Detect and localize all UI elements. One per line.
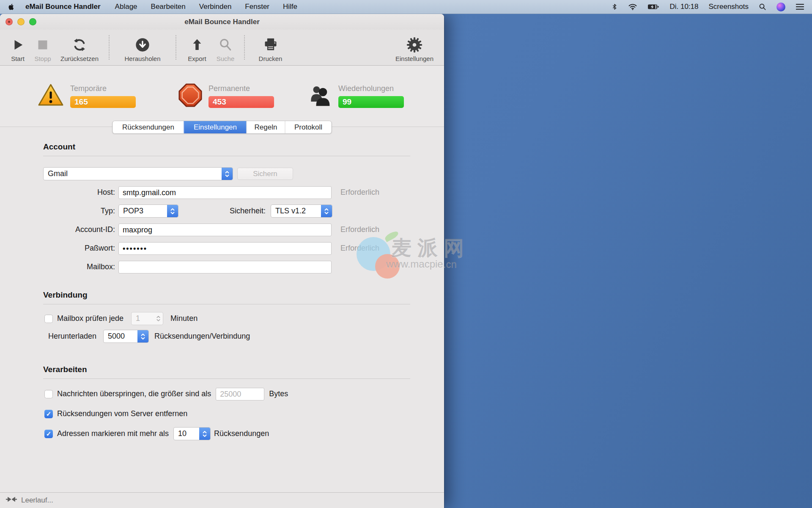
fetch-button[interactable]: Herausholen (115, 30, 170, 65)
stepper-icon[interactable] (137, 330, 148, 342)
apple-menu-icon[interactable] (8, 3, 15, 11)
menubar-app-name[interactable]: eMail Bounce Handler (25, 3, 101, 11)
download-count-stepper[interactable]: 5000 (103, 330, 149, 343)
mailbox-label: Mailbox: (43, 262, 115, 271)
menu-verbinden[interactable]: Verbinden (199, 3, 232, 11)
stop-square-icon (37, 36, 49, 54)
search-button[interactable]: Suche (212, 30, 239, 65)
bounce-counters: Temporäre 165 Permanente 453 Wiederhol (0, 66, 444, 127)
type-label: Typ: (43, 207, 115, 215)
mark-addresses-label: Adressen markieren mit mehr als (57, 429, 169, 438)
required-hint: Erforderlich (340, 188, 379, 197)
menu-ablage[interactable]: Ablage (115, 3, 137, 11)
minimize-button[interactable] (17, 18, 25, 25)
host-input[interactable]: smtp.gmail.com (118, 186, 332, 199)
security-label: Sicherheit: (222, 207, 266, 215)
section-divider (43, 304, 410, 304)
toolbar-separator (109, 35, 110, 60)
start-button[interactable]: Start (6, 30, 30, 65)
print-button[interactable]: Drucken (250, 30, 291, 65)
counter-retries: Wiederholungen 99 (307, 83, 404, 109)
stop-button[interactable]: Stopp (30, 30, 56, 65)
tab-protokoll[interactable]: Protokoll (285, 121, 332, 133)
disconnected-plug-icon (5, 496, 17, 505)
check-mark-addresses[interactable]: ✓ (44, 430, 53, 438)
tab-ruecksendungen[interactable]: Rücksendungen (113, 121, 184, 133)
stepper-icon[interactable] (199, 428, 210, 440)
up-arrow-icon (190, 36, 204, 54)
section-heading-connection: Verbindung (43, 290, 410, 300)
stepper-icon[interactable] (321, 205, 332, 217)
status-bar: Leerlauf... (0, 492, 444, 508)
bytes-unit-label: Bytes (269, 389, 288, 398)
toolbar-spacer (291, 30, 391, 65)
menu-hilfe[interactable]: Hilfe (283, 3, 297, 11)
settings-button[interactable]: Einstellungen (391, 30, 438, 65)
settings-pane: Account Gmail Sichern Host: smtp.gmail.c… (0, 127, 444, 492)
menubar-clock[interactable]: Di. 10:18 (669, 3, 698, 11)
required-hint: Erforderlich (340, 225, 379, 234)
title-bar: eMail Bounce Handler (0, 14, 444, 30)
wifi-icon[interactable] (628, 3, 637, 11)
battery-icon[interactable] (647, 3, 659, 11)
toolbar-separator (244, 35, 245, 60)
siri-icon[interactable] (776, 3, 785, 11)
account-id-input[interactable]: maxprog (118, 224, 332, 236)
check-skip-messages[interactable] (44, 390, 53, 398)
section-heading-account: Account (43, 142, 410, 152)
required-hint: Erforderlich (340, 244, 379, 253)
mark-count-stepper[interactable]: 10 (173, 427, 211, 440)
account-provider-select[interactable]: Gmail (43, 167, 233, 180)
host-label: Host: (43, 188, 115, 197)
counter-label: Wiederholungen (338, 84, 404, 93)
security-select[interactable]: TLS v1.2 (271, 204, 332, 218)
download-unit-label: Rücksendungen/Verbindung (154, 332, 250, 341)
magnifier-icon (218, 36, 233, 54)
toolbar-separator (176, 35, 176, 60)
menubar-spaces-label[interactable]: Screenshots (709, 3, 749, 11)
stepper-icon[interactable] (222, 168, 233, 180)
interval-stepper[interactable]: 1 (131, 312, 163, 325)
tab-bar: Rücksendungen Einstellungen Regeln Proto… (112, 121, 332, 134)
notification-center-icon[interactable] (796, 3, 804, 11)
status-text: Leerlauf... (21, 496, 53, 505)
password-input[interactable]: ••••••• (118, 242, 332, 255)
tab-regeln[interactable]: Regeln (247, 121, 285, 133)
window-title: eMail Bounce Handler (184, 18, 260, 26)
account-id-label: Account-ID: (43, 225, 115, 234)
sync-icon (72, 36, 87, 54)
stepper-icon[interactable] (167, 205, 178, 217)
zoom-button[interactable] (29, 18, 36, 25)
warning-triangle-icon (37, 83, 64, 110)
export-button[interactable]: Export (182, 30, 212, 65)
counter-value-bar: 165 (70, 96, 136, 108)
menu-fenster[interactable]: Fenster (245, 3, 269, 11)
close-button[interactable] (5, 18, 13, 25)
spotlight-icon[interactable] (759, 3, 766, 11)
reset-button[interactable]: Zurücksetzen (56, 30, 103, 65)
counter-label: Temporäre (70, 84, 136, 93)
tab-einstellungen[interactable]: Einstellungen (184, 121, 247, 133)
mailbox-input[interactable] (118, 261, 332, 273)
skip-size-input[interactable]: 25000 (216, 388, 264, 400)
type-select[interactable]: POP3 (118, 204, 178, 218)
printer-icon (263, 36, 278, 54)
bluetooth-icon[interactable] (611, 3, 618, 11)
save-account-button[interactable]: Sichern (237, 168, 293, 180)
provider-value: Gmail (44, 168, 222, 180)
section-heading-processing: Verarbeiten (43, 365, 410, 374)
stop-sign-icon (178, 83, 203, 109)
check-mailbox-interval[interactable] (44, 315, 53, 323)
remove-from-server-label: Rücksendungen vom Server entfernen (57, 409, 187, 418)
skip-messages-label: Nachrichten überspringen, die größer sin… (57, 389, 211, 398)
section-divider (43, 378, 410, 379)
desktop: eMail Bounce Handler Ablage Bearbeiten V… (0, 0, 812, 508)
minutes-unit-label: Minuten (170, 314, 198, 323)
app-window: eMail Bounce Handler Start Stopp Zurücks… (0, 14, 444, 508)
check-remove-from-server[interactable]: ✓ (44, 410, 53, 418)
menu-bar: eMail Bounce Handler Ablage Bearbeiten V… (0, 0, 812, 14)
menu-bearbeiten[interactable]: Bearbeiten (151, 3, 186, 11)
mark-unit-label: Rücksendungen (214, 429, 269, 438)
section-divider (43, 156, 410, 156)
download-circle-icon (134, 36, 151, 54)
